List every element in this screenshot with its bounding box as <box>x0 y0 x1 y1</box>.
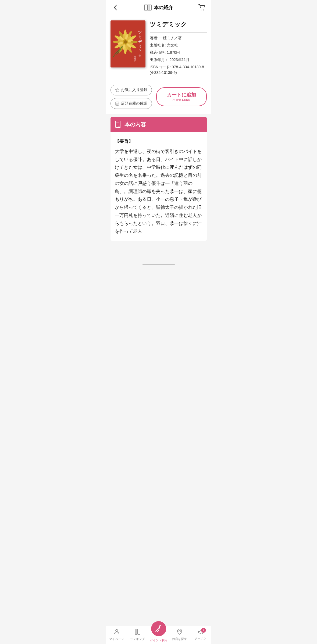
cart-button[interactable] <box>197 3 207 12</box>
page-title: 本の紹介 <box>144 4 173 11</box>
store-icon <box>115 101 119 106</box>
book-info-section: ツミデミック 一穂ミチ ツミデミック 著者: 一穂ミチ／著 出版社名: 光文社 … <box>106 15 211 83</box>
book-cover-image: ツミデミック 一穂ミチ <box>111 20 145 67</box>
book-author-row: 著者: 一穂ミチ／著 <box>150 35 207 41</box>
book-metadata: ツミデミック 著者: 一穂ミチ／著 出版社名: 光文社 税込価格: 1,870円… <box>150 20 207 77</box>
svg-point-5 <box>203 9 204 10</box>
app-header: 本の紹介 <box>106 0 211 15</box>
star-icon <box>115 88 119 92</box>
back-button[interactable] <box>111 3 120 12</box>
store-stock-button[interactable]: 店頭在庫の確認 <box>111 98 152 109</box>
book-price-row: 税込価格: 1,870円 <box>150 50 207 55</box>
svg-text:ツミデミック: ツミデミック <box>138 28 142 58</box>
document-icon <box>115 121 122 128</box>
book-publisher-row: 出版社名: 光文社 <box>150 42 207 48</box>
svg-marker-35 <box>115 88 119 92</box>
book-pubdate-row: 出版年月： 2023年11月 <box>150 57 207 63</box>
content-header: 本の内容 <box>111 117 207 132</box>
home-indicator <box>143 264 175 265</box>
left-action-buttons: お気に入り登録 店頭在庫の確認 <box>111 85 152 109</box>
action-section: お気に入り登録 店頭在庫の確認 カートに追加 CLICK HERE <box>106 83 211 114</box>
summary-heading: 【要旨】 <box>115 137 202 145</box>
svg-point-32 <box>124 40 127 44</box>
book-isbn-row: ISBNコード: 978-4-334-10139-8 (4-334-10139-… <box>150 64 207 76</box>
summary-text: 大学を中退し、夜の街で客引きのバイトをしている優斗。ある日、バイト中に話しかけて… <box>115 148 202 235</box>
book-title: ツミデミック <box>150 20 207 28</box>
favorite-button[interactable]: お気に入り登録 <box>111 85 152 95</box>
svg-rect-37 <box>117 104 118 105</box>
book-content-body: 【要旨】 大学を中退し、夜の街で客引きのバイトをしている優斗。ある日、バイト中に… <box>111 132 207 241</box>
svg-rect-36 <box>116 103 119 105</box>
svg-point-4 <box>201 9 201 10</box>
svg-rect-38 <box>115 121 120 127</box>
add-to-cart-button[interactable]: カートに追加 CLICK HERE <box>156 87 207 106</box>
content-wrapper: 本の内容 【要旨】 大学を中退し、夜の街で客引きのバイトをしている優斗。ある日、… <box>106 117 211 241</box>
